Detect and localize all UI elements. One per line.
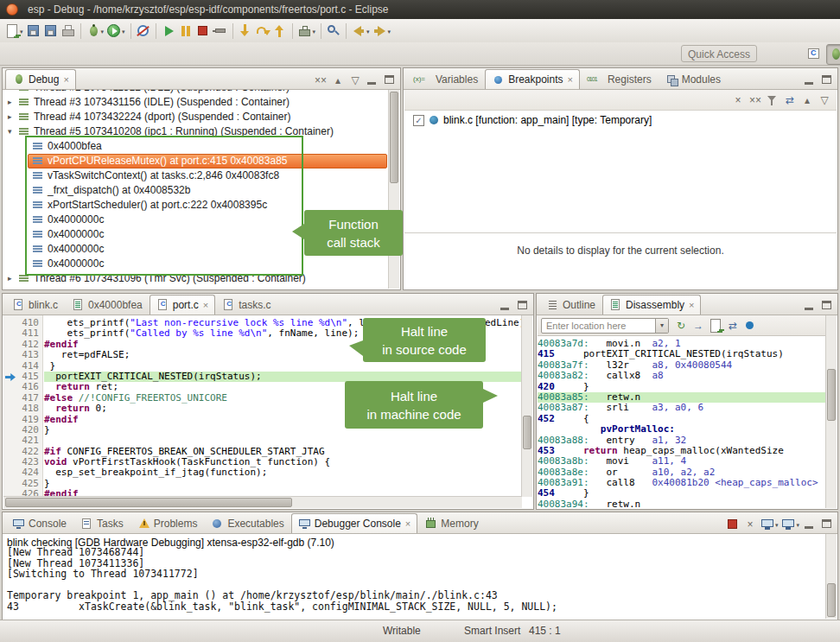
debug-icon[interactable] [85,22,102,40]
thread-row[interactable]: ▸Thread #4 1073432224 (dport) (Suspended… [3,110,389,124]
line-number[interactable]: 418 [17,404,39,414]
collapse-arrow-icon[interactable]: ▾ [8,124,19,139]
tab-port-c[interactable]: port.c × [150,295,215,315]
combo-dropdown-icon[interactable]: ▾ [655,319,668,333]
thread-row[interactable]: ▸Thread #3 1073431156 (IDLE) (Suspended … [3,95,389,110]
perspective-debug-icon[interactable] [826,44,840,65]
tab-debug[interactable]: Debug × [5,69,76,89]
close-tab-icon[interactable]: × [405,519,410,528]
tab-memory[interactable]: Memory [417,513,485,533]
show-supported-breakpoints-icon[interactable] [764,92,781,109]
step-return-icon[interactable] [271,22,289,40]
terminate-icon[interactable] [194,22,212,40]
editor-horizontal-scrollbar[interactable] [3,496,522,508]
stack-frame-row[interactable]: vTaskSwitchContext() at tasks.c:2,846 0x… [3,168,389,183]
minimize-icon[interactable] [801,516,818,533]
window-close-icon[interactable] [6,3,18,16]
disassembly-listing[interactable]: 40083a7d: movi.n a2, 1415 portEXIT_CRITI… [538,336,826,508]
tab-modules[interactable]: Modules [659,69,728,89]
collapse-all-icon[interactable]: ▴ [329,72,347,89]
tab-variables[interactable]: (x)= Variables [406,69,485,89]
tab-0x4000bfea[interactable]: 0x4000bfea [65,295,150,315]
tab-registers[interactable]: 0101 Registers [580,69,659,89]
line-number[interactable]: 411 [17,328,39,339]
tab-debugger-console[interactable]: Debugger Console × [291,513,418,533]
maximize-icon[interactable] [381,72,398,89]
suspend-icon[interactable] [177,22,194,40]
line-number[interactable]: 413 [17,350,39,360]
console-vertical-scrollbar[interactable] [825,534,837,619]
refresh-view-icon[interactable]: ↻ [672,317,690,334]
tab-tasks[interactable]: Tasks [73,513,130,533]
toggle-breakpoint-icon[interactable] [741,317,759,334]
stack-frame-row[interactable]: 0x4000000c [3,257,389,271]
external-tools-icon[interactable] [296,22,314,40]
show-source-icon[interactable] [707,317,724,334]
maximize-icon[interactable] [818,297,836,315]
thread-row[interactable]: ▸Thread #6 1073431096 (Tmr Svc) (Suspend… [3,271,389,286]
link-with-debug-view-icon[interactable]: ⇄ [781,92,799,109]
close-tab-icon[interactable]: × [689,301,694,309]
remove-all-breakpoints-icon[interactable]: ×× [747,92,764,109]
debug-vertical-scrollbar[interactable] [388,90,399,289]
maximize-icon[interactable] [818,516,836,533]
perspective-cpp-icon[interactable] [804,44,824,65]
collapse-all-icon[interactable]: ▴ [799,92,816,109]
line-number[interactable]: 424 [17,467,39,478]
minimize-icon[interactable] [497,297,514,315]
editor-vertical-scrollbar[interactable] [521,315,532,497]
sync-with-selection-icon[interactable]: ⇄ [724,317,741,334]
tab-tasks-c[interactable]: tasks.c [215,295,277,315]
close-tab-icon[interactable]: × [63,75,68,84]
remove-launch-icon[interactable]: × [741,516,759,533]
disasm-vertical-scrollbar[interactable] [825,315,837,508]
expand-arrow-icon[interactable]: ▸ [8,271,19,286]
tab-disassembly[interactable]: Disassembly × [602,295,701,315]
display-selected-console-icon[interactable] [759,516,776,533]
expand-arrow-icon[interactable]: ▸ [8,110,19,124]
tab-console[interactable]: Console [5,513,73,533]
location-input[interactable]: Enter location here ▾ [541,318,669,334]
console-body[interactable]: blink checking [GDB Hardware Debugging] … [3,534,826,619]
maximize-icon[interactable] [818,72,836,89]
view-menu-icon[interactable]: ▽ [816,92,833,109]
step-into-icon[interactable] [237,22,254,40]
expand-arrow-icon[interactable]: ▸ [8,95,19,110]
disconnect-icon[interactable] [212,22,229,40]
breakpoint-checkbox[interactable]: ✓ [413,115,424,126]
view-menu-icon[interactable]: ▽ [347,72,364,89]
search-icon[interactable] [325,22,342,40]
save-all-icon[interactable] [42,22,60,40]
remove-all-terminated-icon[interactable]: ×× [312,72,329,89]
tab-problems[interactable]: Problems [130,513,205,533]
tab-outline[interactable]: Outline [539,295,602,315]
minimize-icon[interactable] [801,297,818,315]
line-number[interactable]: 421 [17,435,39,446]
resume-icon[interactable] [160,22,177,40]
breakpoint-row[interactable]: ✓ blink.c [function: app_main] [type: Te… [404,111,837,128]
maximize-icon[interactable] [514,297,531,315]
step-over-icon[interactable] [254,22,271,40]
tab-executables[interactable]: Executables [204,513,290,533]
quick-access-button[interactable]: Quick Access [681,45,757,62]
run-icon[interactable] [105,22,123,40]
stack-frame-row[interactable]: vPortCPUReleaseMutex() at port.c:415 0x4… [3,154,389,168]
thread-row[interactable]: ▾Thread #5 1073410208 (ipc1 : Running) (… [3,124,389,139]
close-tab-icon[interactable]: × [568,75,573,84]
tab-blink-c[interactable]: blink.c [5,295,65,315]
stack-frame-row[interactable]: _frxt_dispatch() at 0x4008532b [3,183,389,198]
print-icon[interactable] [60,22,77,40]
forward-icon[interactable] [372,22,389,40]
minimize-icon[interactable] [801,72,818,89]
new-wizard-icon[interactable] [3,22,21,40]
open-console-icon[interactable] [780,516,797,533]
back-icon[interactable] [350,22,367,40]
remove-breakpoint-icon[interactable]: × [729,92,747,109]
tab-breakpoints[interactable]: Breakpoints × [485,69,580,89]
close-tab-icon[interactable]: × [203,301,208,309]
stack-frame-row[interactable]: 0x4000bfea [3,139,389,154]
goto-program-counter-icon[interactable]: → [690,317,707,334]
save-icon[interactable] [25,22,42,40]
minimize-icon[interactable] [364,72,381,89]
terminate-console-icon[interactable] [724,516,741,533]
